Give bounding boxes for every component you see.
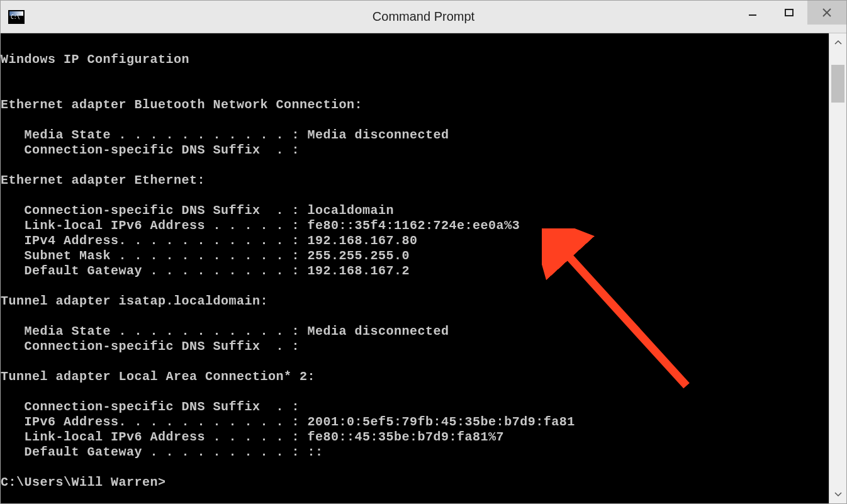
scroll-down-arrow-icon[interactable] xyxy=(829,486,846,503)
vertical-scrollbar[interactable] xyxy=(829,33,846,503)
command-prompt-window: C:\ Command Prompt Windows IP Configurat… xyxy=(0,0,847,504)
scroll-up-arrow-icon[interactable] xyxy=(829,33,846,51)
window-title: Command Prompt xyxy=(373,9,474,24)
terminal-output[interactable]: Windows IP Configuration Ethernet adapte… xyxy=(1,33,829,503)
svg-rect-1 xyxy=(785,9,793,16)
window-controls xyxy=(734,1,846,25)
minimize-button[interactable] xyxy=(734,1,771,25)
close-button[interactable] xyxy=(807,1,846,25)
titlebar[interactable]: C:\ Command Prompt xyxy=(1,1,846,33)
terminal-area: Windows IP Configuration Ethernet adapte… xyxy=(1,33,846,503)
scroll-thumb[interactable] xyxy=(831,65,844,103)
app-icon: C:\ xyxy=(8,10,25,24)
maximize-button[interactable] xyxy=(771,1,807,25)
